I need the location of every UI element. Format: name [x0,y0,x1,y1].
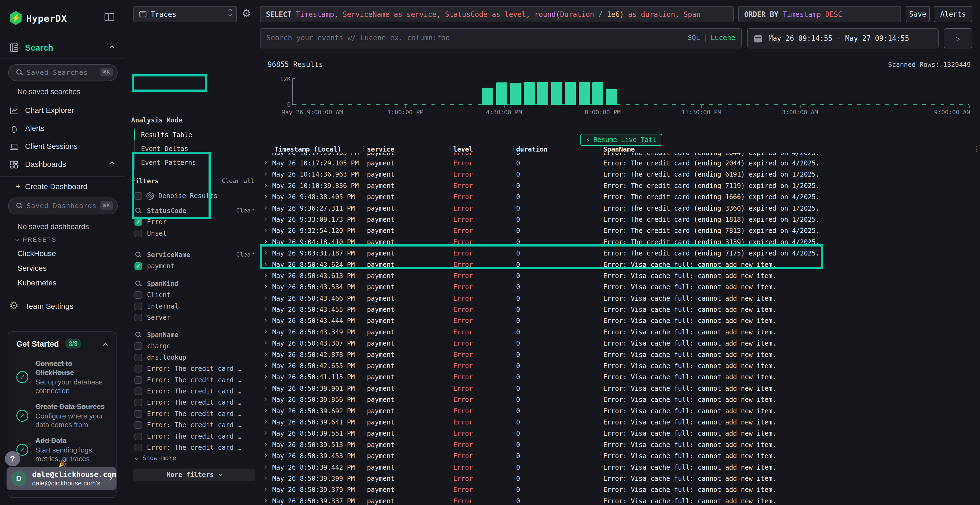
expand-row-icon[interactable] [263,251,267,255]
col-spanname[interactable]: SpanName [603,146,635,153]
table-row[interactable]: May 26 8:50:39.337 PMpaymentError0Error:… [256,495,980,505]
expand-row-icon[interactable] [263,262,267,266]
help-button[interactable]: ? [5,451,20,466]
expand-row-icon[interactable] [263,420,267,424]
table-row[interactable]: May 26 9:48:38.405 PMpaymentError0Error:… [256,191,980,202]
source-settings-gear-icon[interactable]: ⚙ [242,8,251,19]
expand-row-icon[interactable] [263,375,267,378]
filter-option[interactable]: Internal [125,301,256,312]
histogram-bar[interactable] [565,82,576,105]
search-icon[interactable] [135,281,140,286]
filter-option[interactable]: Error: The credit card … [125,442,256,453]
collapse-sidebar-icon[interactable] [105,13,115,21]
checkbox-unchecked[interactable] [134,387,142,395]
expand-row-icon[interactable] [263,364,267,367]
order-by-input[interactable]: ORDER BY Timestamp DESC [738,6,901,22]
expand-row-icon[interactable] [263,454,267,457]
expand-row-icon[interactable] [263,240,267,243]
checkbox-unchecked[interactable] [134,230,142,237]
get-started-item[interactable]: ✓ Connect to ClickHouse Set up your data… [16,359,108,395]
checkbox-unchecked[interactable] [134,399,142,406]
col-service[interactable]: service [367,146,395,153]
histogram-bar[interactable] [524,82,535,105]
table-row[interactable]: May 26 8:50:39.692 PMpaymentError0Error:… [256,405,980,416]
expand-row-icon[interactable] [263,330,267,333]
table-row[interactable]: May 26 9:33:09.173 PMpaymentError0Error:… [256,214,980,225]
expand-row-icon[interactable] [263,284,267,288]
saved-searches-input[interactable]: Saved Searches ⌘K [8,64,118,81]
expand-row-icon[interactable] [263,397,267,401]
column-separator-icon[interactable]: ⋮ [511,145,517,152]
checkbox-unchecked[interactable] [134,444,142,451]
histogram-bar[interactable] [496,83,507,105]
table-row[interactable]: May 26 8:50:43.349 PMpaymentError0Error:… [256,327,980,338]
table-row[interactable]: May 26 8:50:39.513 PMpaymentError0Error:… [256,439,980,450]
search-icon[interactable] [135,252,140,257]
expand-row-icon[interactable] [263,172,267,176]
table-row[interactable]: May 26 8:50:43.444 PMpaymentError0Error:… [256,315,980,326]
preset-kubernetes[interactable]: Kubernetes [18,279,56,287]
chevron-up-icon[interactable] [110,161,115,166]
expand-row-icon[interactable] [263,318,267,322]
table-row[interactable]: May 26 10:10:39.836 PMpaymentError0Error… [256,180,980,191]
checkbox-checked[interactable]: ✓ [134,262,142,270]
expand-row-icon[interactable] [263,442,267,446]
expand-row-icon[interactable] [263,465,267,468]
checkbox-unchecked[interactable] [134,342,142,350]
analysis-mode-event-patterns[interactable]: Event Patterns [135,156,216,170]
search-input[interactable]: Search your events w/ Lucene ex. column:… [260,28,742,48]
expand-row-icon[interactable] [263,353,267,356]
filter-option[interactable]: ✓payment [125,260,256,272]
expand-row-icon[interactable] [263,183,267,187]
table-row[interactable]: May 26 9:32:54.120 PMpaymentError0Error:… [256,225,980,236]
sidebar-section-search[interactable]: Search [0,43,125,54]
table-row[interactable]: May 26 8:50:43.534 PMpaymentError0Error:… [256,281,980,292]
table-row[interactable]: May 26 8:50:39.453 PMpaymentError0Error:… [256,450,980,462]
chevron-up-icon[interactable] [110,45,115,50]
expand-row-icon[interactable] [263,195,267,199]
preset-clickhouse[interactable]: ClickHouse [18,249,56,258]
sql-mode-toggle[interactable]: SQL [687,34,700,41]
table-row[interactable]: May 26 8:50:39.901 PMpaymentError0Error:… [256,383,980,394]
sidebar-item-alerts[interactable]: Alerts [0,124,125,134]
table-row[interactable]: May 26 8:50:42.878 PMpaymentError0Error:… [256,349,980,360]
histogram-bar[interactable] [538,82,548,105]
column-separator-icon[interactable]: ⋮ [361,145,367,152]
checkbox-unchecked[interactable] [134,354,142,361]
search-icon[interactable] [135,208,140,213]
sidebar-item-client-sessions[interactable]: Client Sessions [0,141,125,152]
table-row[interactable]: May 26 8:50:41.115 PMpaymentError0Error:… [256,372,980,383]
clear-filter-button[interactable]: Clear [236,207,254,214]
column-separator-icon[interactable]: ⋮ [448,145,454,152]
expand-row-icon[interactable] [263,161,267,165]
checkbox-unchecked[interactable] [134,314,142,321]
expand-row-icon[interactable] [263,217,267,221]
saved-dashboards-input[interactable]: Saved Dashboards ⌘K [8,197,118,214]
checkbox-unchecked[interactable] [134,433,142,440]
checkbox-unchecked[interactable] [134,303,142,310]
table-row[interactable]: May 26 8:50:43.455 PMpaymentError0Error:… [256,304,980,315]
filter-option[interactable]: Error: The credit card … [125,419,256,431]
table-row[interactable]: May 26 8:50:39.442 PMpaymentError0Error:… [256,462,980,473]
expand-row-icon[interactable] [263,386,267,390]
checkbox-unchecked[interactable] [134,192,142,200]
results-histogram[interactable]: May 26 9:00:00 AM1:00:00 PM4:30:00 PM8:0… [293,78,969,105]
table-row[interactable]: May 26 9:03:31.187 PMpaymentError0Error:… [256,248,980,259]
filter-option[interactable]: charge [125,341,256,352]
filter-option[interactable]: Error: The credit card … [125,408,256,419]
chevron-up-icon[interactable] [103,343,108,348]
denoise-results-option[interactable]: Denoise Results [125,191,256,202]
table-row[interactable]: May 26 8:50:39.399 PMpaymentError0Error:… [256,473,980,484]
checkbox-unchecked[interactable] [134,365,142,373]
histogram-bar[interactable] [592,82,603,105]
checkbox-unchecked[interactable] [134,376,142,384]
expand-row-icon[interactable] [263,341,267,345]
table-row[interactable]: May 26 8:50:43.624 PMpaymentError0Error:… [256,259,980,270]
show-more-button[interactable]: Show more [135,454,177,462]
create-dashboard-button[interactable]: + Create Dashboard [0,182,125,193]
filter-option[interactable]: Error: The credit card … [125,386,256,397]
clear-all-filters-button[interactable]: Clear all [222,178,254,184]
table-row[interactable]: May 26 8:50:39.379 PMpaymentError0Error:… [256,484,980,495]
expand-row-icon[interactable] [263,476,267,480]
expand-row-icon[interactable] [263,296,267,300]
